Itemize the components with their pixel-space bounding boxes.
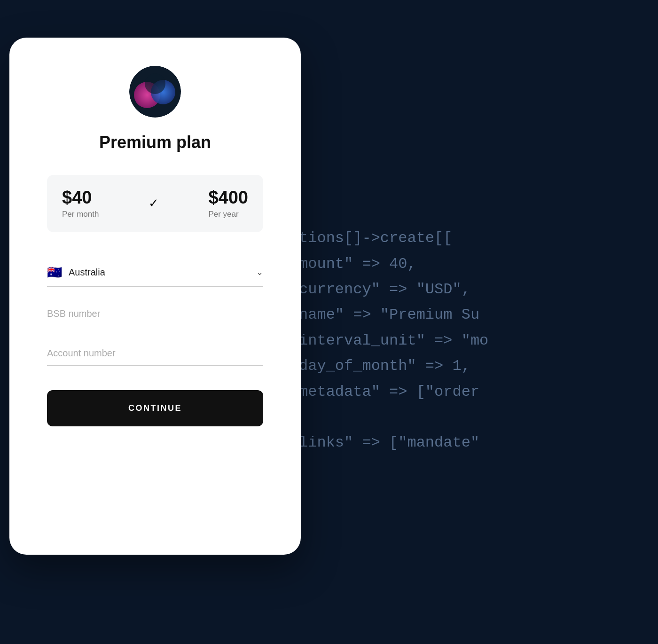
monthly-label: Per month [62, 210, 99, 219]
payment-form: 🇦🇺 Australia ⌄ CONTINUE [47, 259, 263, 426]
bsb-input[interactable] [47, 302, 263, 326]
code-text: scriptions[]->create[[ ["amount" => 40, … [254, 188, 658, 456]
country-selector[interactable]: 🇦🇺 Australia ⌄ [47, 259, 263, 287]
yearly-label: Per year [208, 210, 248, 219]
flag-icon: 🇦🇺 [47, 265, 62, 280]
svg-point-3 [145, 73, 165, 94]
country-name: Australia [69, 267, 256, 278]
monthly-amount: $40 [62, 188, 99, 208]
continue-button[interactable]: CONTINUE [47, 390, 263, 426]
monthly-option: $40 Per month [62, 188, 99, 219]
payment-card: Premium plan $40 Per month ✓ $400 Per ye… [9, 38, 301, 555]
plan-title: Premium plan [99, 133, 211, 152]
pricing-options: $40 Per month ✓ $400 Per year [47, 175, 263, 232]
yearly-option: $400 Per year [208, 188, 248, 219]
chevron-down-icon: ⌄ [256, 267, 263, 277]
checkmark-icon: ✓ [149, 196, 159, 211]
account-number-input[interactable] [47, 341, 263, 366]
app-logo [129, 66, 181, 118]
yearly-amount: $400 [208, 188, 248, 208]
